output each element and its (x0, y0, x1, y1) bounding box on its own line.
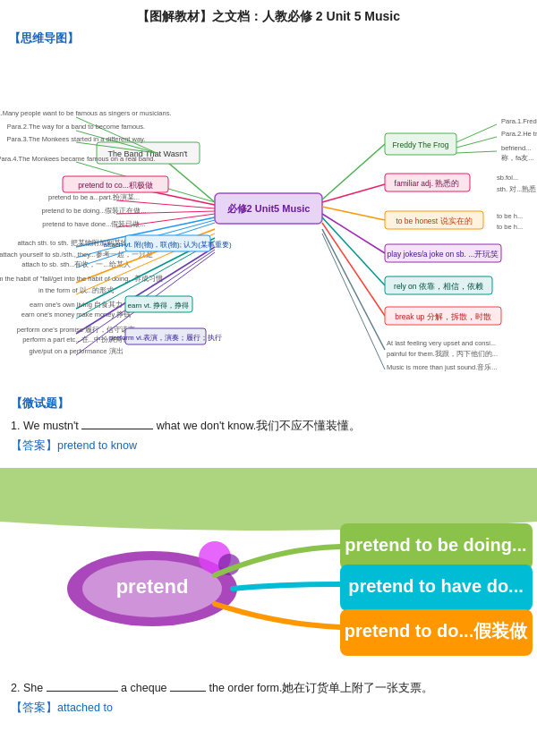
svg-line-53 (456, 137, 497, 148)
answer-blank-2 (47, 691, 118, 692)
svg-text:必修2 Unit5 Music: 必修2 Unit5 Music (226, 203, 311, 214)
svg-text:Music is more than just sound.: Music is more than just sound.音乐... (387, 363, 498, 371)
svg-line-71 (322, 217, 385, 285)
svg-line-48 (322, 144, 385, 200)
svg-text:to be h...: to be h... (497, 223, 523, 231)
quiz-question-1: 1. We mustn't what we don't know.我们不应不懂装… (11, 417, 526, 435)
svg-text:familiar adj. 熟悉的: familiar adj. 熟悉的 (395, 179, 460, 188)
svg-text:Freddy The Frog: Freddy The Frog (392, 140, 448, 149)
svg-text:Para.4.The Monkees became famo: Para.4.The Monkees became famous on a re… (0, 155, 156, 163)
svg-text:break up 分解，拆散，时散: break up 分解，拆散，时散 (395, 312, 490, 321)
quiz-answer-1: 【答案】pretend to know (11, 438, 526, 454)
svg-text:earn one's own living 自食其力: earn one's own living 自食其力 (30, 301, 123, 309)
pretend-visual: pretend pretend to be doing... pretend t… (0, 468, 537, 674)
svg-line-63 (322, 207, 385, 220)
svg-text:to be h...: to be h... (497, 212, 523, 220)
svg-text:pretend to co...积极做: pretend to co...积极做 (78, 181, 153, 190)
svg-text:Para.2.The way for a band to b: Para.2.The way for a band to become famo… (7, 123, 145, 131)
svg-text:pretend to have done...假装已做...: pretend to have done...假装已做... (42, 220, 145, 228)
svg-text:in the form of 以...的形式: in the form of 以...的形式 (38, 286, 114, 294)
mindmap-area: 必修2 Unit5 Music The Band That Wasn't Par… (0, 50, 537, 390)
svg-text:At last feeling very upset and: At last feeling very upset and consi... (387, 339, 496, 347)
svg-line-58 (322, 184, 385, 202)
svg-text:to be honest 说实在的: to be honest 说实在的 (396, 217, 472, 225)
svg-text:pretend to be doing...: pretend to be doing... (345, 535, 526, 555)
page-title: 【图解教材】之文档：人教必修 2 Unit 5 Music (0, 0, 537, 30)
svg-text:称，fa友...: 称，fa友... (501, 154, 534, 162)
answer-blank-1 (81, 429, 153, 429)
svg-text:form the habit of "fall/get in: form the habit of "fall/get into the hab… (0, 275, 163, 283)
quiz-section-1: 【微试题】 1. We mustn't what we don't know.我… (0, 390, 537, 468)
svg-text:pretend: pretend (116, 575, 189, 598)
svg-text:pretend to have do...: pretend to have do... (348, 576, 524, 596)
svg-text:attach to sb. sth...有收，一...给某人: attach to sb. sth...有收，一...给某人 (21, 260, 130, 268)
svg-text:Para.1.Many people want to be : Para.1.Many people want to be famous as … (0, 109, 172, 117)
svg-text:Para.1.Frede...: Para.1.Frede... (501, 117, 537, 125)
svg-text:play jokes/a joke on sb. ...开玩: play jokes/a joke on sb. ...开玩笑 (388, 250, 499, 259)
svg-text:perform one's promise 履行，信守诺言: perform one's promise 履行，信守诺言 (17, 326, 135, 334)
svg-text:rely on 依靠，相信，依赖: rely on 依靠，相信，依赖 (394, 282, 483, 291)
svg-text:pretend to be doing...假装正在做...: pretend to be doing...假装正在做... (41, 207, 146, 215)
svg-text:give/put on a performance 演出: give/put on a performance 演出 (29, 347, 123, 355)
svg-text:pretend to be a...part.扮演某...: pretend to be a...part.扮演某... (48, 193, 140, 201)
svg-text:painful for them.我跟，丙下他们的...: painful for them.我跟，丙下他们的... (387, 350, 498, 358)
svg-text:pretend to do...假装做: pretend to do...假装做 (345, 621, 528, 641)
answer-blank-3 (170, 691, 206, 692)
svg-line-55 (456, 151, 497, 153)
quiz-question-2: 2. She a cheque the order form.她在订货单上附了一… (11, 679, 526, 697)
quiz-section-2: 2. She a cheque the order form.她在订货单上附了一… (0, 674, 537, 730)
svg-text:Para.2.He tr...: Para.2.He tr... (501, 130, 537, 138)
svg-text:sth. 对...熟悉: sth. 对...熟悉 (497, 185, 536, 193)
svg-text:Para.3.The Monkees started in : Para.3.The Monkees started in a differen… (7, 135, 146, 143)
quiz-header-1: 【微试题】 (11, 395, 526, 412)
svg-text:earn vt. 挣得，挣得: earn vt. 挣得，挣得 (128, 302, 190, 310)
svg-text:attach vt. 附(物)，联(物); 认为(某事重要): attach vt. 附(物)，联(物); 认为(某事重要) (103, 241, 231, 249)
svg-line-51 (456, 124, 497, 142)
quiz-answer-2: 【答案】attached to (11, 701, 526, 716)
svg-text:befriend...: befriend... (501, 144, 531, 152)
svg-text:perform vi.表演，演奏；履行；执行: perform vi.表演，演奏；履行；执行 (109, 334, 222, 342)
mindmap-section-header: 【思维导图】 (9, 30, 537, 47)
svg-text:sb.fol...: sb.fol... (497, 174, 518, 182)
